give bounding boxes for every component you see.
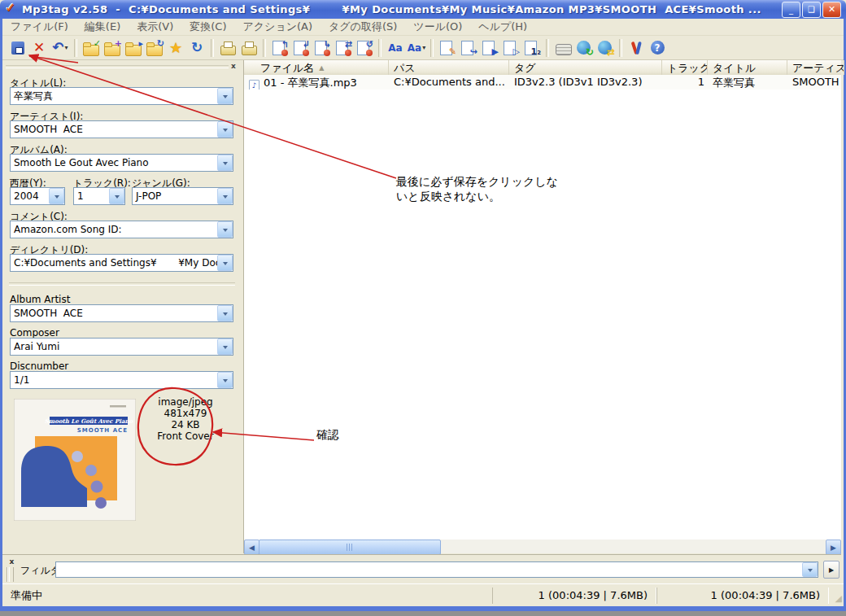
options-icon[interactable] <box>626 38 646 58</box>
toolbar-separator <box>546 39 549 57</box>
convert-tag-filename-icon[interactable]: ▶ <box>480 38 499 58</box>
composer-dropdown-icon[interactable] <box>217 339 233 355</box>
composer-field[interactable]: Arai Yumi <box>10 338 233 356</box>
music-note-icon: ♪ <box>249 80 259 90</box>
minimize-button[interactable]: _ <box>782 2 800 18</box>
print-icon[interactable] <box>218 38 238 58</box>
cover-filesize: 24 KB <box>141 419 230 430</box>
scrollbar-thumb[interactable] <box>259 540 441 555</box>
comment-dropdown-icon[interactable] <box>217 221 233 238</box>
autonumbering-icon[interactable]: 1₂ <box>522 38 542 58</box>
file-row-cell-3: 1 <box>662 75 708 90</box>
filter-input[interactable] <box>56 562 802 577</box>
file-row[interactable]: ♪01 - 卒業写真.mp3C:¥Documents and...ID3v2.3… <box>244 75 841 90</box>
dropdown-caret-icon[interactable]: ▾ <box>65 44 68 51</box>
toolbar-separator <box>619 39 622 57</box>
column-header-3[interactable]: トラック <box>662 60 708 75</box>
menu-item-7[interactable]: ヘルプ(H) <box>470 18 535 36</box>
undo-icon[interactable]: ↶▾ <box>50 38 70 58</box>
maximize-button[interactable]: ❑ <box>802 2 821 18</box>
directory-field[interactable]: C:¥Documents and Settings¥ ¥My Documents <box>10 254 233 272</box>
filter-close-icon[interactable]: x <box>7 557 16 566</box>
case-conversion-menu-icon[interactable]: Aa▾ <box>407 38 426 58</box>
filter-dropdown-icon[interactable] <box>802 562 818 577</box>
print-preview-icon[interactable] <box>239 38 259 58</box>
album-cover[interactable]: Smooth Le Goût Avec Piano SMOOTH ACE <box>14 399 136 523</box>
toolbar-separator <box>211 39 214 57</box>
year-field[interactable]: 2004 <box>10 187 65 205</box>
menu-item-4[interactable]: アクション(A) <box>234 18 321 36</box>
dropdown-caret-icon[interactable]: ▾ <box>422 44 425 51</box>
menu-item-6[interactable]: ツール(O) <box>405 18 470 36</box>
album-artist-dropdown-icon[interactable] <box>217 305 233 321</box>
case-conversion-icon[interactable]: Aa <box>386 38 405 58</box>
convert-filename-tag-icon[interactable]: ▷ <box>501 38 521 58</box>
scroll-right-icon[interactable]: ▶ <box>826 540 841 555</box>
filter-expand-button[interactable]: ▶ <box>823 561 839 579</box>
help-icon[interactable]: ? <box>648 38 667 58</box>
column-header-2[interactable]: タグ <box>509 60 662 75</box>
track-dropdown-icon[interactable] <box>109 188 124 204</box>
remove-tag-icon[interactable]: ✕ <box>29 38 49 58</box>
scroll-left-icon[interactable]: ◀ <box>244 540 259 555</box>
menu-item-2[interactable]: 表示(V) <box>129 18 181 36</box>
status-total-count: 1 (00:04:39 | 7.6MB) <box>656 588 829 604</box>
directory-dropdown-icon[interactable] <box>217 255 233 271</box>
artist-field[interactable]: SMOOTH ACE <box>10 120 233 138</box>
window-border-bottom <box>0 605 846 611</box>
album-dropdown-icon[interactable] <box>217 155 233 171</box>
column-header-0[interactable]: ファイル名▲ <box>244 60 389 75</box>
title-bar[interactable]: Mp3tag v2.58 - C:¥Documents and Settings… <box>0 0 846 19</box>
column-header-4[interactable]: タイトル <box>708 60 787 75</box>
tag-remove-icon[interactable]: ↺ <box>355 38 374 58</box>
album-field[interactable]: Smooth Le Gout Avec Piano <box>10 154 233 172</box>
tag-cut-icon[interactable]: ↰ <box>270 38 290 58</box>
close-button[interactable]: ✕ <box>822 2 841 18</box>
tag-merge-icon[interactable]: ⇄ <box>334 38 353 58</box>
track-field[interactable]: 1 <box>73 187 125 205</box>
panel-close-icon[interactable]: x <box>229 61 238 71</box>
title-field[interactable]: 卒業写真 <box>10 87 233 105</box>
menu-item-0[interactable]: ファイル(F) <box>2 18 76 36</box>
resize-grip[interactable] <box>829 589 842 602</box>
change-directory-icon[interactable]: ✓ <box>81 38 101 58</box>
genre-field[interactable]: J-POP <box>132 187 233 205</box>
toolbar-separator <box>74 39 77 57</box>
column-header-5[interactable]: アーティスト <box>787 60 844 75</box>
discnumber-field[interactable]: 1/1 <box>10 371 233 389</box>
sort-asc-icon: ▲ <box>319 64 324 72</box>
comment-field[interactable]: Amazon.com Song ID: <box>10 221 233 238</box>
horizontal-scrollbar[interactable]: ◀ ▶ <box>243 540 841 553</box>
discnumber-dropdown-icon[interactable] <box>217 372 233 388</box>
filter-grip[interactable] <box>9 567 14 582</box>
genre-dropdown-icon[interactable] <box>217 188 233 204</box>
status-text: 準備中 <box>2 588 492 603</box>
cover-artist-text: SMOOTH ACE <box>77 427 128 434</box>
window-title: Mp3tag v2.58 - C:¥Documents and Settings… <box>22 3 782 15</box>
refresh-directory-icon[interactable]: ↻ <box>145 38 164 58</box>
actions-icon[interactable]: ↪ <box>459 38 478 58</box>
title-dropdown-icon[interactable] <box>217 88 233 104</box>
cd-icon[interactable] <box>553 38 573 58</box>
year-dropdown-icon[interactable] <box>49 188 64 204</box>
column-header-1[interactable]: パス <box>389 60 509 75</box>
filter-input-wrap <box>55 561 818 578</box>
album-artist-field[interactable]: SMOOTH ACE <box>10 304 233 322</box>
websources-icon[interactable]: ↻ <box>574 38 594 58</box>
favorites-icon[interactable]: ★ <box>166 38 185 58</box>
tag-paste-icon[interactable]: ↳ <box>312 38 332 58</box>
toolbar-separator <box>263 39 266 57</box>
tag-edit-icon[interactable]: ✎ <box>438 38 457 58</box>
cover-info: image/jpeg 481x479 24 KB Front Cover <box>141 396 230 442</box>
menu-item-1[interactable]: 編集(E) <box>76 18 129 36</box>
menu-item-5[interactable]: タグの取得(S) <box>321 18 405 36</box>
refresh-icon[interactable]: ↻ <box>187 38 207 58</box>
save-icon[interactable] <box>8 38 28 58</box>
menu-item-3[interactable]: 変換(C) <box>181 18 234 36</box>
tag-copy-icon[interactable]: ↲ <box>291 38 311 58</box>
websources-menu-icon[interactable]: ⇄▾ <box>595 38 615 58</box>
browse-directory-icon[interactable]: ▸ <box>124 38 143 58</box>
add-directory-icon[interactable]: + <box>102 38 122 58</box>
artist-dropdown-icon[interactable] <box>217 121 233 138</box>
menu-bar: ファイル(F)編集(E)表示(V)変換(C)アクション(A)タグの取得(S)ツー… <box>2 19 844 36</box>
